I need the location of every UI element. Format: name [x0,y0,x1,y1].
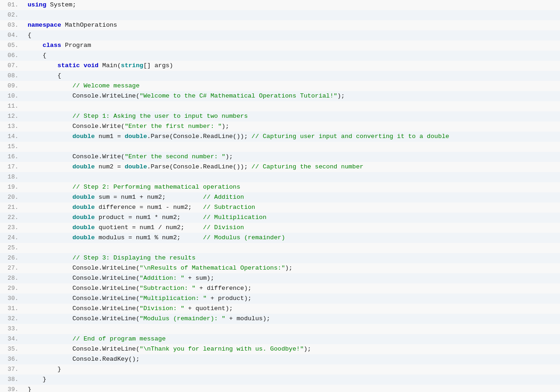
line-number: 10. [0,91,24,101]
token-normal: + modulus); [225,315,270,322]
code-line: 20. double sum = num1 + num2; // Additio… [0,192,560,202]
line-content: Console.ReadKey(); [24,354,140,364]
line-number: 01. [0,0,24,10]
line-content: Console.WriteLine("Division: " + quotien… [24,304,233,314]
token-normal [28,224,72,231]
line-content: Console.Write("Enter the first number: "… [24,121,229,132]
token-normal: [] args) [143,62,173,69]
line-number: 34. [0,334,24,344]
token-kw-teal: double [72,163,95,170]
token-str-green: "Enter the second number: " [125,153,226,160]
line-number: 18. [0,172,24,182]
line-content: // Step 2: Performing mathematical opera… [24,182,240,192]
code-line: 17. double num2 = double.Parse(Console.R… [0,162,560,172]
token-kw-teal: double [72,224,95,231]
token-normal: + product); [207,295,251,302]
line-content: double quotient = num1 / num2; // Divisi… [24,223,244,233]
line-number: 31. [0,304,24,314]
token-normal [28,184,72,190]
line-number: 39. [0,385,24,392]
token-kw-blue: static [58,62,80,69]
token-kw-teal: double [72,214,95,221]
line-content: namespace MathOperations [24,20,117,30]
line-number: 03. [0,20,24,30]
line-number: 25. [0,243,24,253]
line-number: 04. [0,30,24,40]
token-normal [28,214,72,221]
token-normal: + difference); [196,285,252,292]
token-normal: System; [47,1,76,8]
token-normal: } [28,376,47,383]
line-content [24,172,31,182]
line-content: Console.WriteLine("Modulus (remainder): … [24,314,270,324]
token-comment-green: // End of program message [72,335,166,342]
code-line: 02. [0,10,560,20]
token-normal: { [28,52,47,59]
line-number: 35. [0,344,24,354]
code-line: 06. { [0,51,560,61]
token-kw-blue: void [84,62,99,69]
line-content: } [24,385,31,392]
code-line: 05. class Program [0,40,560,51]
code-line: 01.using System; [0,0,560,10]
token-normal: Console.WriteLine( [28,275,140,282]
token-kw-teal: double [125,133,147,140]
code-line: 23. double quotient = num1 / num2; // Di… [0,223,560,233]
line-content: class Program [24,40,91,51]
code-line: 21. double difference = num1 - num2; // … [0,202,560,213]
line-content: { [24,51,47,61]
code-line: 03.namespace MathOperations [0,20,560,30]
token-kw-teal: double [125,163,147,170]
line-number: 09. [0,81,24,91]
token-comment-green: // Step 1: Asking the user to input two … [72,113,248,120]
token-str-green: "\nResults of Mathematical Operations:" [140,265,285,271]
line-number: 26. [0,253,24,263]
token-comment-green: // Welcome message [72,82,140,89]
code-line: 26. // Step 3: Displaying the results [0,253,560,263]
code-line: 38. } [0,375,560,385]
token-normal: + quotient); [184,305,233,312]
token-normal: ); [304,346,311,352]
token-normal: difference = num1 - num2; [95,204,203,211]
line-number: 17. [0,162,24,172]
token-normal [28,254,72,261]
token-normal: Console.Write( [28,123,125,130]
code-line: 33. [0,324,560,334]
line-content [24,10,31,20]
line-content: static void Main(string[] args) [24,61,173,71]
line-number: 37. [0,364,24,375]
line-content: Console.WriteLine("\nThank you for learn… [24,344,311,354]
line-content: // Step 1: Asking the user to input two … [24,111,248,121]
line-content: double sum = num1 + num2; // Addition [24,192,244,202]
token-normal: Console.WriteLine( [28,265,140,271]
token-normal: { [28,32,31,39]
line-content [24,243,31,253]
line-content: // Step 3: Displaying the results [24,253,196,263]
line-number: 29. [0,283,24,294]
code-line: 09. // Welcome message [0,81,560,91]
line-number: 36. [0,354,24,364]
code-line: 25. [0,243,560,253]
code-line: 32. Console.WriteLine("Modulus (remainde… [0,314,560,324]
token-comment-green: // Addition [203,194,244,201]
token-comment-green: // Capturing the second number [251,163,363,170]
line-content: double num1 = double.Parse(Console.ReadL… [24,132,449,142]
token-str-green: "Modulus (remainder): " [140,315,225,322]
line-number: 30. [0,294,24,304]
line-number: 23. [0,223,24,233]
code-line: 37. } [0,364,560,375]
code-line: 08. { [0,71,560,81]
token-normal [28,335,72,342]
line-number: 24. [0,233,24,243]
token-normal: num1 = [95,133,125,140]
code-line: 36. Console.ReadKey(); [0,354,560,364]
token-str-green: "Division: " [140,305,184,312]
token-str-green: "Enter the first number: " [125,123,222,130]
token-normal: Console.WriteLine( [28,295,140,302]
line-content: { [24,71,61,81]
code-line: 15. [0,142,560,152]
code-line: 19. // Step 2: Performing mathematical o… [0,182,560,192]
line-number: 11. [0,101,24,111]
token-normal: quotient = num1 / num2; [95,224,203,231]
token-normal [80,62,83,69]
